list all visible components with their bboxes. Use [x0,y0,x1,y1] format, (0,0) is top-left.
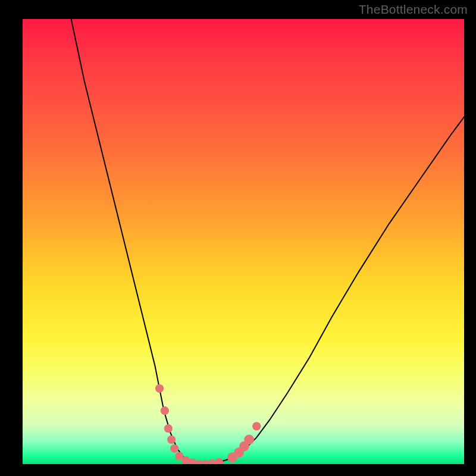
chart-frame: TheBottleneck.com [0,0,476,476]
curve-markers [155,384,261,464]
curve-marker [161,406,169,415]
chart-overlay [23,19,464,464]
curve-marker [170,444,178,453]
curve-marker [155,384,164,393]
curve-marker [167,436,176,444]
curve-marker [244,434,254,444]
curve-marker [252,422,261,430]
bottleneck-curve [71,19,464,464]
curve-marker [164,424,173,433]
curve-marker [215,458,223,464]
watermark-text: TheBottleneck.com [359,2,468,17]
